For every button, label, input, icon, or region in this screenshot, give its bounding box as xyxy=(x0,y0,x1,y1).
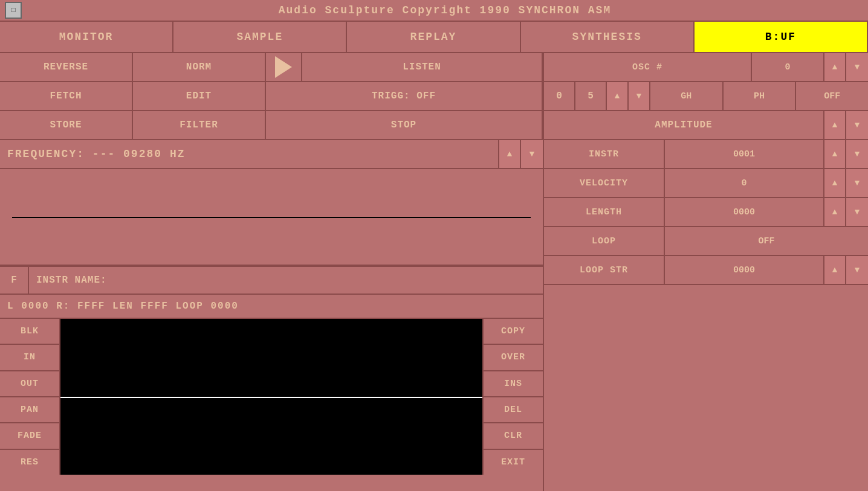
app-container: □ Audio Sculpture Copyright 1990 SYNCHRO… xyxy=(0,0,868,491)
velocity-value: 0 xyxy=(665,169,824,197)
trigg-up[interactable]: ▲ xyxy=(607,82,629,110)
tab-sample[interactable]: SAMPLE xyxy=(173,22,347,52)
wave-upper xyxy=(60,319,482,397)
wave-right-buttons: COPY OVER INS DEL CLR EXIT xyxy=(482,319,543,475)
btn-trigg[interactable]: TRIGG: OFF xyxy=(266,82,543,110)
off-cell[interactable]: OFF xyxy=(796,82,868,110)
wave-left-buttons: BLK IN OUT PAN FADE RES xyxy=(0,319,60,475)
osc-up[interactable]: ▲ xyxy=(824,53,846,81)
btn-out[interactable]: OUT xyxy=(0,371,59,397)
osc-down[interactable]: ▼ xyxy=(846,53,868,81)
tab-synthesis[interactable]: SYNTHESIS xyxy=(521,22,695,52)
btn-over[interactable]: OVER xyxy=(484,345,543,371)
ph-cell[interactable]: PH xyxy=(724,82,797,110)
btn-ins[interactable]: INS xyxy=(484,371,543,397)
instr-name-row: F INSTR NAME: xyxy=(0,266,543,295)
instr-name-label: INSTR NAME: xyxy=(29,267,543,294)
amplitude-row: AMPLITUDE ▲ ▼ xyxy=(544,111,868,140)
btn-clr[interactable]: CLR xyxy=(484,423,543,449)
loop-str-label: LOOP STR xyxy=(544,256,665,284)
instr-value: 0001 xyxy=(665,140,824,168)
row-reverse: REVERSE NORM LISTEN xyxy=(0,53,543,82)
velocity-row: VELOCITY 0 ▲ ▼ xyxy=(544,169,868,198)
freq-display: FREQUENCY: --- 09280 HZ xyxy=(0,140,499,168)
instr-label: INSTR xyxy=(544,140,665,168)
btn-f[interactable]: F xyxy=(0,267,29,294)
gh-cell[interactable]: GH xyxy=(650,82,724,110)
osc-row: OSC # 0 ▲ ▼ xyxy=(544,53,868,82)
btn-blk[interactable]: BLK xyxy=(0,319,59,345)
title-bar: □ Audio Sculpture Copyright 1990 SYNCHRO… xyxy=(0,0,868,22)
right-panel: OSC # 0 ▲ ▼ 0 5 ▲ ▼ GH PH OFF AMPLITUDE … xyxy=(544,53,868,491)
btn-norm[interactable]: NORM xyxy=(133,53,266,81)
freq-row: FREQUENCY: --- 09280 HZ ▲ ▼ xyxy=(0,140,543,169)
app-title: Audio Sculpture Copyright 1990 SYNCHRON … xyxy=(27,4,863,16)
play-triangle xyxy=(275,56,292,78)
freq-up[interactable]: ▲ xyxy=(499,140,521,168)
length-label: LENGTH xyxy=(544,198,665,226)
trigg-down[interactable]: ▼ xyxy=(629,82,650,110)
btn-pan[interactable]: PAN xyxy=(0,397,59,423)
tab-buf[interactable]: B:UF xyxy=(695,22,868,52)
tab-monitor[interactable]: MONITOR xyxy=(0,22,173,52)
btn-fade[interactable]: FADE xyxy=(0,423,59,449)
left-panel: REVERSE NORM LISTEN FETCH EDIT TRIGG: OF… xyxy=(0,53,544,491)
freq-down[interactable]: ▼ xyxy=(521,140,543,168)
btn-edit[interactable]: EDIT xyxy=(133,82,266,110)
loop-value: OFF xyxy=(665,227,868,255)
length-value: 0000 xyxy=(665,198,824,226)
instr-down[interactable]: ▼ xyxy=(846,140,868,168)
btn-listen[interactable]: LISTEN xyxy=(302,53,543,81)
amplitude-down[interactable]: ▼ xyxy=(846,111,868,139)
wave-editor: BLK IN OUT PAN FADE RES xyxy=(0,319,543,475)
row-store: STORE FILTER STOP xyxy=(0,111,543,140)
amplitude-up[interactable]: ▲ xyxy=(824,111,846,139)
wave-lower xyxy=(60,397,482,475)
right-filler xyxy=(544,285,868,491)
btn-in[interactable]: IN xyxy=(0,345,59,371)
btn-res[interactable]: RES xyxy=(0,450,59,475)
velocity-down[interactable]: ▼ xyxy=(846,169,868,197)
btn-fetch[interactable]: FETCH xyxy=(0,82,133,110)
loop-label: LOOP xyxy=(544,227,665,255)
btn-store[interactable]: STORE xyxy=(0,111,133,139)
wave-display xyxy=(60,319,482,475)
btn-copy[interactable]: COPY xyxy=(484,319,543,345)
loop-str-value: 0000 xyxy=(665,256,824,284)
waveform-line xyxy=(12,217,531,218)
trigg-special-row: 0 5 ▲ ▼ GH PH OFF xyxy=(544,82,868,111)
num0-cell: 0 xyxy=(544,82,575,110)
length-up[interactable]: ▲ xyxy=(824,198,846,226)
tab-replay[interactable]: REPLAY xyxy=(347,22,520,52)
btn-filter[interactable]: FILTER xyxy=(133,111,266,139)
row-fetch: FETCH EDIT TRIGG: OFF xyxy=(0,82,543,111)
osc-label: OSC # xyxy=(544,53,752,81)
loop-str-up[interactable]: ▲ xyxy=(824,256,846,284)
length-down[interactable]: ▼ xyxy=(846,198,868,226)
app-icon[interactable]: □ xyxy=(5,2,22,19)
btn-del[interactable]: DEL xyxy=(484,397,543,423)
wave-center-line xyxy=(60,397,482,398)
num5-cell: 5 xyxy=(575,82,607,110)
loop-row: LOOP OFF xyxy=(544,227,868,256)
instr-up[interactable]: ▲ xyxy=(824,140,846,168)
btn-reverse[interactable]: REVERSE xyxy=(0,53,133,81)
btn-stop[interactable]: STOP xyxy=(266,111,543,139)
info-row: L 0000 R: FFFF LEN FFFF LOOP 0000 xyxy=(0,295,543,319)
play-icon-area xyxy=(266,53,302,81)
length-row: LENGTH 0000 ▲ ▼ xyxy=(544,198,868,227)
amplitude-label: AMPLITUDE xyxy=(544,111,824,139)
nav-row: MONITOR SAMPLE REPLAY SYNTHESIS B:UF xyxy=(0,22,868,53)
loop-str-row: LOOP STR 0000 ▲ ▼ xyxy=(544,256,868,285)
osc-value: 0 xyxy=(752,53,824,81)
btn-exit[interactable]: EXIT xyxy=(484,450,543,475)
waveform-area xyxy=(0,169,543,266)
main-area: REVERSE NORM LISTEN FETCH EDIT TRIGG: OF… xyxy=(0,53,868,491)
velocity-label: VELOCITY xyxy=(544,169,665,197)
velocity-up[interactable]: ▲ xyxy=(824,169,846,197)
instr-row: INSTR 0001 ▲ ▼ xyxy=(544,140,868,169)
loop-str-down[interactable]: ▼ xyxy=(846,256,868,284)
